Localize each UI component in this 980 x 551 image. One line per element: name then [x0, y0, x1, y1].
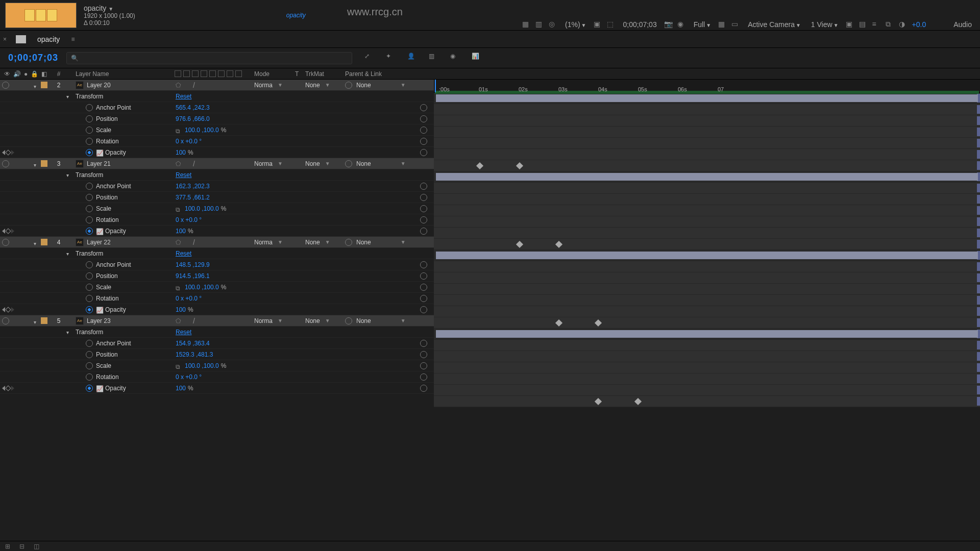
constrain-icon[interactable]: ⧉ [176, 128, 183, 133]
property-name[interactable]: Scale [96, 362, 111, 369]
expression-pickwhip-icon[interactable] [420, 385, 427, 392]
expression-pickwhip-icon[interactable] [420, 373, 427, 381]
property-value[interactable]: 0 x +0.0 ° [176, 138, 202, 145]
stopwatch-icon[interactable] [86, 115, 93, 122]
blend-mode-dropdown[interactable]: Norma▼ [254, 82, 295, 89]
solo-column-icon[interactable]: ● [24, 70, 28, 78]
reset-exposure-icon[interactable]: ◑ [899, 20, 908, 29]
twirl-icon[interactable] [34, 240, 39, 245]
trkmat-column[interactable]: TrkMat [305, 70, 345, 78]
shy-switch[interactable]: ⬠ [176, 82, 185, 89]
property-value[interactable]: 0 x +0.0 ° [176, 216, 202, 223]
property-value[interactable]: 565.4 ,242.3 [176, 104, 210, 111]
stopwatch-icon[interactable] [86, 261, 93, 268]
expression-pickwhip-icon[interactable] [420, 351, 427, 358]
keyframe-diamond[interactable] [595, 319, 602, 327]
layer-search[interactable]: 🔍 [66, 52, 352, 64]
shy-switch[interactable]: ⬠ [176, 317, 185, 324]
stopwatch-icon[interactable] [86, 306, 93, 313]
switch-frameblend-icon[interactable] [209, 70, 216, 77]
expression-pickwhip-icon[interactable] [420, 183, 427, 190]
parent-dropdown[interactable]: None [356, 82, 371, 89]
label-color[interactable] [41, 317, 47, 324]
layername-column[interactable]: Layer Name [76, 70, 173, 78]
stopwatch-icon[interactable] [86, 351, 93, 358]
graph-icon[interactable]: 📈 [96, 228, 102, 234]
switch-fx-icon[interactable] [201, 70, 207, 77]
video-toggle[interactable] [2, 239, 9, 246]
resolution-dropdown[interactable]: Full▼ [691, 19, 714, 30]
stopwatch-icon[interactable] [86, 228, 93, 235]
constrain-icon[interactable]: ⧉ [176, 285, 183, 290]
property-name[interactable]: Opacity [105, 385, 126, 392]
stopwatch-icon[interactable] [86, 127, 93, 134]
transform-group[interactable]: Transform [76, 250, 173, 257]
property-name[interactable]: Position [96, 194, 118, 201]
pickwhip-icon[interactable] [345, 82, 352, 89]
expression-pickwhip-icon[interactable] [420, 284, 427, 291]
channel-icon[interactable]: ◉ [677, 20, 687, 29]
quality-switch[interactable]: / [193, 317, 195, 325]
stopwatch-icon[interactable] [86, 138, 93, 145]
property-name[interactable]: Position [96, 115, 118, 122]
stopwatch-icon[interactable] [86, 194, 93, 201]
property-value[interactable]: 100.0 ,100.0 [185, 127, 219, 134]
transparency-icon[interactable]: ▦ [718, 20, 727, 29]
property-name[interactable]: Position [96, 351, 118, 358]
lock-column-icon[interactable]: 🔒 [31, 70, 38, 78]
property-value[interactable]: 100.0 ,100.0 [185, 362, 219, 369]
parent-dropdown[interactable]: None [356, 160, 371, 167]
stopwatch-icon[interactable] [86, 205, 93, 212]
label-color[interactable] [41, 160, 47, 167]
keyframe-diamond[interactable] [476, 162, 483, 169]
layer-name[interactable]: Layer 20 [87, 82, 111, 89]
property-name[interactable]: Rotation [96, 373, 119, 381]
mode-column[interactable]: Mode [254, 70, 295, 78]
pixel-aspect-icon[interactable]: ▣ [846, 20, 855, 29]
property-value[interactable]: 100 [176, 385, 186, 392]
switch-quality-icon[interactable] [192, 70, 199, 77]
view-icon[interactable]: ▭ [731, 20, 741, 29]
layer-name[interactable]: Layer 21 [87, 160, 111, 167]
graph-editor-icon[interactable]: 📊 [472, 53, 483, 64]
blend-mode-dropdown[interactable]: Norma▼ [254, 317, 295, 324]
constrain-icon[interactable]: ⧉ [176, 206, 183, 211]
stopwatch-icon[interactable] [86, 149, 93, 156]
comp-thumbnail[interactable] [5, 3, 77, 28]
trkmat-dropdown[interactable]: None▼ [305, 317, 345, 324]
expression-pickwhip-icon[interactable] [420, 205, 427, 212]
property-name[interactable]: Anchor Point [96, 340, 131, 347]
parent-column[interactable]: Parent & Link [345, 70, 427, 78]
label-column-icon[interactable]: ◧ [41, 70, 47, 78]
parent-dropdown[interactable]: None [356, 239, 371, 246]
resolution-icon[interactable]: ▣ [594, 20, 603, 29]
pickwhip-icon[interactable] [345, 239, 352, 246]
motion-blur-icon[interactable]: ◉ [450, 53, 461, 64]
stopwatch-icon[interactable] [86, 340, 93, 347]
property-value[interactable]: 162.3 ,202.3 [176, 183, 210, 190]
keyframe-diamond[interactable] [555, 319, 562, 327]
layer-name[interactable]: Layer 22 [87, 239, 111, 246]
property-value[interactable]: 976.6 ,666.0 [176, 115, 210, 122]
index-column[interactable]: # [51, 70, 66, 78]
expression-pickwhip-icon[interactable] [420, 228, 427, 235]
property-name[interactable]: Opacity [105, 149, 126, 156]
property-name[interactable]: Rotation [96, 138, 119, 145]
property-name[interactable]: Scale [96, 284, 111, 291]
label-color[interactable] [41, 239, 47, 245]
transform-group[interactable]: Transform [76, 329, 173, 336]
mask-icon[interactable]: ◎ [549, 20, 558, 29]
keyframe-diamond[interactable] [516, 162, 523, 169]
switch-3d-icon[interactable] [235, 70, 242, 77]
trkmat-dropdown[interactable]: None▼ [305, 82, 345, 89]
property-value[interactable]: 914.5 ,196.1 [176, 272, 210, 280]
shy-switch[interactable]: ⬠ [176, 160, 185, 167]
blend-mode-dropdown[interactable]: Norma▼ [254, 239, 295, 246]
switch-shy-icon[interactable] [175, 70, 181, 77]
video-toggle[interactable] [2, 82, 9, 89]
layer-name[interactable]: Layer 23 [87, 317, 111, 324]
twirl-icon[interactable] [34, 318, 39, 323]
expression-pickwhip-icon[interactable] [420, 295, 427, 302]
timeline-tab[interactable]: opacity [31, 31, 66, 47]
stopwatch-icon[interactable] [86, 362, 93, 369]
